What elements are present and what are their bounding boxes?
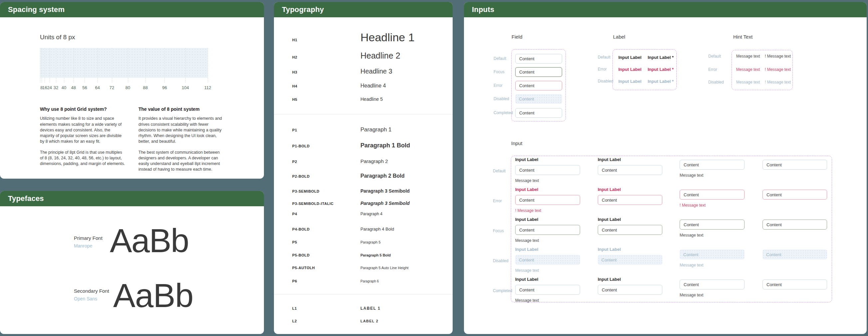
typography-sample: Headline 5 (361, 97, 383, 102)
input-section-heading: Input (511, 140, 522, 146)
content-input[interactable]: Content (598, 285, 662, 295)
panel-title: Typography (282, 5, 324, 14)
content-input[interactable]: Content (598, 255, 662, 265)
content-input[interactable]: Content (763, 220, 827, 230)
field-input-disabled[interactable]: Content (515, 94, 562, 104)
value-paragraph-1: It provides a visual hierarchy to elemen… (138, 116, 224, 144)
typography-row-key: H1 (292, 38, 361, 42)
chart-column-fill (146, 48, 165, 78)
why-paragraph-1: Utilizing number like 8 to size and spac… (40, 116, 126, 144)
input-label-sample: Input Label (618, 55, 641, 60)
content-input[interactable]: Content (680, 160, 745, 170)
primary-font-sample: AaBb (110, 224, 189, 257)
input-message: ! Message text (680, 203, 745, 208)
input-cell-focus-1: Input LabelContentMessage text (515, 217, 580, 243)
chart-column-fill (128, 48, 146, 78)
input-label: Input Label (598, 247, 662, 255)
typography-sample: Headline 1 (361, 31, 415, 44)
spacing-scale-chart: 81624324048566472808896104112 (40, 48, 210, 92)
content-input[interactable]: Content (515, 195, 580, 205)
content-input[interactable]: Content (763, 160, 827, 170)
state-label-error: Error (493, 199, 502, 203)
input-label-required-sample: Input Label * (648, 55, 674, 60)
typography-row-p5: P5Paragraph 5 (292, 240, 447, 244)
content-input[interactable]: Content (763, 279, 827, 290)
typography-sample: Paragraph 3 Semibold (361, 201, 410, 206)
state-label-focus: Focus (493, 229, 504, 233)
typography-row-key: H2 (292, 55, 361, 59)
input-label: Input Label (598, 217, 662, 225)
hint-error-message-sample: ! Message text (765, 54, 791, 59)
typography-row-p4-bold: P4-BOLDParagraph 4 Bold (292, 227, 447, 232)
typography-row-h4: H4Headline 4 (292, 83, 447, 89)
field-input-focus[interactable]: Content (515, 67, 562, 77)
chart-tick-label: 104 (182, 85, 189, 90)
chart-column-fill (40, 48, 41, 78)
typography-row-p5-autolh: P5-AUTOLHParagraph 5 Auto Line Height (292, 266, 447, 270)
secondary-font-name-link[interactable]: Open Sans (74, 296, 97, 301)
content-input[interactable]: Content (763, 190, 827, 200)
input-message: Message text (680, 173, 745, 178)
input-message: Message text (515, 298, 580, 303)
typography-row-p2-bold: P2-BOLDParagraph 2 Bold (292, 173, 447, 179)
chart-tick-label: 48 (71, 85, 76, 90)
typography-row-p1-bold: P1-BOLDParagraph 1 Bold (292, 142, 447, 149)
chart-tick-label: 88 (143, 85, 148, 90)
content-input[interactable]: Content (515, 225, 580, 235)
typography-row-p1: P1Paragraph 1 (292, 126, 447, 133)
typography-row-p2: P2Paragraph 2 (292, 158, 447, 164)
state-label-completed: Completed (493, 289, 512, 293)
panel-header-inputs: Inputs (464, 2, 867, 17)
value-heading: The value of 8 point system (138, 106, 224, 112)
typography-row-p4: P4Paragraph 4 (292, 212, 447, 216)
typography-sample: Headline 4 (361, 83, 386, 89)
input-cell-disabled-3: ContentMessage text (680, 247, 745, 267)
content-input[interactable]: Content (763, 249, 827, 260)
chart-column-fill (64, 48, 73, 78)
content-input[interactable]: Content (515, 255, 580, 265)
content-input[interactable]: Content (598, 195, 662, 205)
typography-sample: Paragraph 4 (361, 212, 382, 216)
typography-divider (274, 294, 453, 294)
primary-font-name-link[interactable]: Manrope (74, 243, 92, 248)
content-input[interactable]: Content (680, 279, 745, 290)
content-input[interactable]: Content (598, 225, 662, 235)
panel-inputs: Inputs Field DefaultContentFocusContentE… (464, 2, 867, 334)
why-8pt-column: Why use 8 point Grid system? Utilizing n… (40, 106, 126, 172)
panel-header-typography: Typography (274, 2, 453, 17)
input-message: Message text (515, 178, 580, 183)
typography-row-p6: P6Paragraph 6 (292, 279, 447, 283)
panel-spacing-system: Spacing system Units of 8 px 81624324048… (0, 2, 264, 179)
chart-tick-label: 24 (47, 85, 52, 90)
hint-section-heading: Hint Text (733, 34, 752, 40)
units-heading: Units of 8 px (40, 34, 75, 41)
typography-sample: Headline 2 (361, 51, 400, 61)
typography-row-p3-semibold-italic: P3-SEMIBOLD-ITALICParagraph 3 Semibold (292, 201, 447, 206)
state-label-disabled: Disabled (598, 79, 613, 83)
content-input[interactable]: Content (515, 285, 580, 295)
input-message: ! Message text (515, 208, 580, 213)
content-input[interactable]: Content (598, 165, 662, 175)
chart-tick-label: 64 (95, 85, 100, 90)
content-input[interactable]: Content (680, 249, 745, 260)
typography-sample: Headline 3 (361, 68, 393, 75)
input-cell-disabled-1: Input LabelContentMessage text (515, 247, 580, 273)
content-input[interactable]: Content (680, 190, 745, 200)
chart-column (146, 48, 165, 82)
typography-row-key: P2 (292, 160, 361, 164)
field-input-error[interactable]: Content (515, 81, 562, 91)
typography-row-key: L1 (292, 306, 361, 310)
typography-row-key: H3 (292, 70, 361, 74)
state-label-completed: Completed (494, 110, 513, 115)
content-input[interactable]: Content (515, 165, 580, 175)
typography-sample: Paragraph 5 (361, 240, 381, 244)
chart-tick-label: 56 (82, 85, 87, 90)
content-input[interactable]: Content (680, 220, 745, 230)
chart-columns (40, 48, 210, 82)
typography-row-h2: H2Headline 2 (292, 51, 447, 61)
input-cell-error-1: Input LabelContent! Message text (515, 187, 580, 213)
field-input-completed[interactable]: Content (515, 108, 562, 118)
input-cell-completed-4: Content (763, 277, 827, 290)
chart-tick-label: 72 (110, 85, 114, 90)
field-input-default[interactable]: Content (515, 54, 562, 64)
